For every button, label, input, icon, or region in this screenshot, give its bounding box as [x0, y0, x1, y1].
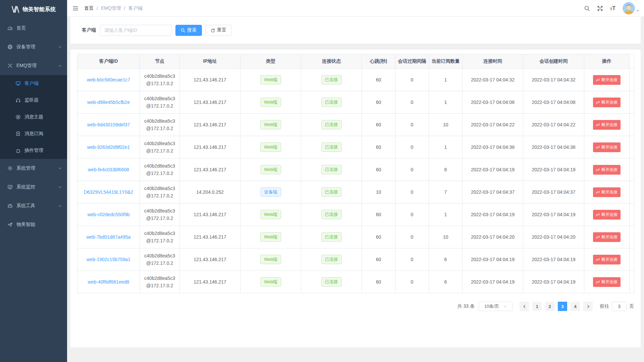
headphones-icon [15, 98, 21, 103]
unlink-icon [596, 123, 600, 127]
logo-icon [11, 6, 19, 13]
ip-cell: 121.43.146.217 [180, 136, 240, 159]
connect-time-cell: 2022-03-17 04:04:38 [463, 136, 523, 159]
type-tag: Web端 [260, 255, 281, 264]
app-title: 物美智能系统 [23, 6, 56, 13]
sidebar-item-label: 消息主题 [24, 114, 62, 120]
disconnect-button[interactable]: 断开连接 [593, 142, 621, 152]
emq-submenu: 客户端 监听器 消息主题 [0, 75, 67, 159]
caret-down-icon[interactable] [636, 10, 639, 12]
node-ip: @172.17.0.2 [142, 259, 177, 267]
sidebar-item-home[interactable]: 首页 [0, 19, 67, 38]
next-page-button[interactable] [583, 302, 593, 311]
sidebar-item-system-tools[interactable]: 系统工具 [0, 196, 67, 215]
client-id-input[interactable] [100, 25, 172, 36]
node-ip: @172.17.0.2 [142, 237, 177, 244]
unlink-icon [596, 168, 600, 172]
page-size-value: 10条/页 [484, 303, 499, 309]
search-icon[interactable] [584, 5, 590, 11]
disconnect-button[interactable]: 断开连接 [593, 210, 621, 220]
subscriptions-cell: 1 [429, 203, 463, 226]
client-table-body: web-b0c580ecae1c7 c40b2d8ea5c3 @172.17.0… [77, 69, 634, 293]
node-ip: @172.17.0.2 [142, 170, 177, 177]
status-tag: 已连接 [321, 98, 342, 107]
session-time-cell: 2022-03-17 04:04:19 [523, 271, 584, 293]
expiry-cell: 0 [395, 114, 429, 136]
heartbeat-cell: 60 [362, 248, 395, 271]
sidebar-item-listeners[interactable]: 监听器 [0, 92, 67, 109]
unlink-icon [596, 190, 600, 194]
subscriptions-cell: 10 [429, 114, 463, 136]
client-id-link[interactable]: web-c02dedc550f9b [87, 212, 129, 217]
heartbeat-cell: 60 [362, 159, 395, 181]
breadcrumb-separator: / [97, 6, 98, 11]
sidebar-menu: 首页 设备管理 [0, 19, 67, 234]
client-id-link[interactable]: web-b0c580ecae1c7 [87, 77, 130, 82]
pager-numbers: 1234 [531, 302, 582, 311]
type-tag: Web端 [260, 98, 281, 107]
subscriptions-cell: 6 [429, 271, 463, 293]
sidebar-item-label: 系统监控 [16, 184, 58, 190]
sidebar-item-wumei[interactable]: 物美智能 [0, 215, 67, 234]
fullscreen-icon[interactable] [597, 5, 603, 11]
node-name: c40b2d8ea5c3 [142, 162, 177, 170]
sidebar-item-clients[interactable]: 客户端 [0, 75, 67, 92]
sidebar-item-topics[interactable]: 消息主题 [0, 109, 67, 125]
sidebar-item-emq[interactable]: EMQ管理 [0, 56, 67, 75]
sidebar-item-system-monitor[interactable]: 系统监控 [0, 178, 67, 196]
node-ip: @172.17.0.2 [142, 282, 177, 289]
page-button-1[interactable]: 1 [532, 302, 542, 311]
ip-cell: 121.43.146.217 [180, 271, 240, 293]
client-id-link[interactable]: web-40f6df661eed8 [88, 279, 129, 285]
app-logo[interactable]: 物美智能系统 [0, 0, 67, 19]
disconnect-button[interactable]: 断开连接 [593, 255, 621, 264]
client-id-link[interactable]: web-fe4c033bf6608 [88, 167, 129, 172]
breadcrumb-home[interactable]: 首页 [84, 5, 94, 11]
client-id-link[interactable]: D6329VL54419L1Y0&2 [84, 189, 133, 195]
disconnect-button[interactable]: 断开连接 [593, 165, 621, 175]
reset-button-label: 重置 [217, 27, 226, 33]
disconnect-button[interactable]: 断开连接 [593, 277, 621, 287]
prev-page-button[interactable] [520, 302, 529, 311]
sidebar-item-devices[interactable]: 设备管理 [0, 38, 67, 56]
client-id-link[interactable]: web-9263d2d9f02e1 [87, 144, 130, 150]
client-id-link[interactable]: web-6d430159def37 [87, 122, 130, 127]
disconnect-button[interactable]: 断开连接 [593, 98, 621, 107]
type-tag: 设备端 [261, 187, 281, 197]
font-size-icon[interactable]: TT [610, 6, 615, 11]
connect-time-cell: 2022-03-17 04:04:20 [463, 226, 523, 248]
ip-cell: 121.43.146.217 [180, 159, 240, 181]
heartbeat-cell: 60 [362, 91, 395, 114]
client-id-link[interactable]: web-7bd01d87a495a [87, 234, 131, 240]
dashboard-icon [7, 25, 13, 31]
page-size-select[interactable]: 10条/页 [479, 302, 513, 311]
page-button-4[interactable]: 4 [571, 302, 580, 311]
sidebar: 物美智能系统 首页 设备管理 [0, 0, 67, 362]
search-button[interactable]: 搜索 [175, 25, 202, 36]
disconnect-button[interactable]: 断开连接 [593, 120, 621, 130]
sidebar-item-subscriptions[interactable]: 消息订阅 [0, 125, 67, 142]
sidebar-item-system-admin[interactable]: 系统管理 [0, 159, 67, 178]
expiry-cell: 0 [395, 181, 429, 203]
reset-button[interactable]: 重置 [205, 25, 232, 36]
sidebar-item-label: 消息订阅 [24, 131, 62, 137]
jump-page-input[interactable] [612, 302, 627, 311]
scrollbar-gutter [630, 271, 634, 293]
client-id-link[interactable]: web-d98e45b5cfb2e [87, 100, 130, 105]
sidebar-item-plugins[interactable]: 插件管理 [0, 142, 67, 159]
client-id-link[interactable]: web-1902c15b759a1 [87, 257, 130, 262]
disconnect-button[interactable]: 断开连接 [593, 187, 621, 197]
ip-cell: 121.43.146.217 [180, 226, 240, 248]
scrollbar-gutter [630, 248, 634, 271]
expiry-cell: 0 [395, 271, 429, 293]
sidebar-toggle-icon[interactable] [72, 5, 78, 11]
page-button-3[interactable]: 3 [558, 302, 567, 311]
page-button-2[interactable]: 2 [545, 302, 554, 311]
expiry-cell: 0 [395, 226, 429, 248]
disconnect-button[interactable]: 断开连接 [593, 75, 621, 85]
gear-icon [7, 166, 13, 171]
node-ip: @172.17.0.2 [142, 215, 177, 222]
total-count: 共 33 条 [458, 303, 475, 309]
user-menu[interactable] [623, 2, 639, 14]
disconnect-button[interactable]: 断开连接 [593, 232, 621, 242]
